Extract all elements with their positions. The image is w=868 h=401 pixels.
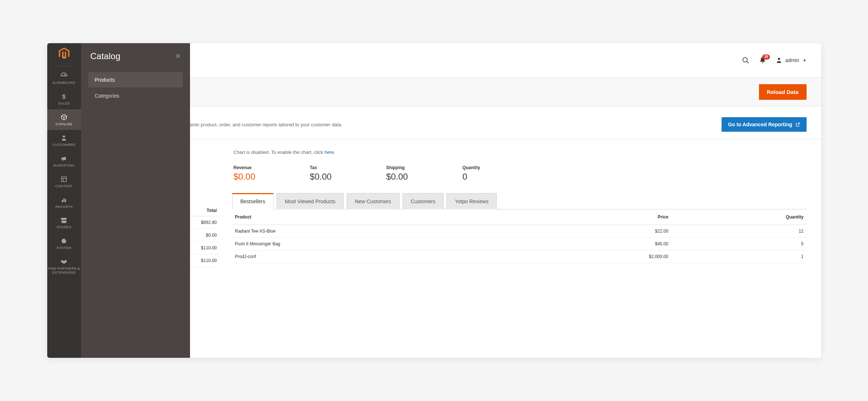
advanced-reporting-button[interactable]: Go to Advanced Reporting [722,117,807,132]
topbar: 39 admin ▼ [81,43,821,77]
sidebar-item-reports[interactable]: REPORTS [47,192,81,213]
svg-point-7 [778,58,780,60]
sidebar-label: CATALOG [56,122,72,126]
table-row[interactable]: ProdJ-conf$2,000.001 [232,250,807,263]
tab-yotpo-reviews[interactable]: Yotpo Reviews [447,193,497,209]
store-icon [60,216,68,224]
metric-shipping: Shipping $0.00 [386,165,408,182]
user-label: admin [785,57,799,63]
bar-chart-icon [60,196,68,204]
sidebar-item-partners[interactable]: FIND PARTNERS & EXTENSIONS [47,254,81,278]
flyout-item-categories[interactable]: Categories [88,88,183,103]
tab-new-customers[interactable]: New Customers [347,193,400,209]
bestsellers-table: Product Price Quantity Radiant Tee-XS-Bl… [232,209,807,263]
sidebar-item-marketing[interactable]: MARKETING [47,151,81,171]
user-icon [776,57,782,64]
sidebar-item-dashboard[interactable]: DASHBOARD [47,68,81,89]
gauge-icon [60,72,68,80]
sidebar-label: REPORTS [55,205,73,209]
sidebar-label: MARKETING [53,164,74,168]
sidebar-label: DASHBOARD [53,81,76,85]
svg-rect-2 [61,177,66,182]
sidebar-label: STORES [57,225,72,229]
svg-rect-3 [62,200,63,202]
tab-most-viewed-products[interactable]: Most Viewed Products [276,193,344,209]
external-link-icon [795,122,800,127]
svg-rect-4 [64,198,65,202]
main-sidebar: DASHBOARD $ SALES CATALOG CUSTOMERS MARK… [47,43,81,358]
sidebar-item-system[interactable]: SYSTEM [47,233,81,254]
close-icon[interactable]: ✕ [175,52,181,60]
sidebar-label: CUSTOMERS [52,143,75,147]
megaphone-icon [60,155,68,163]
dollar-icon: $ [60,93,68,101]
catalog-flyout: Catalog ✕ Products Categories [81,43,190,358]
svg-point-6 [743,57,747,62]
enable-chart-link[interactable]: here [324,150,334,155]
person-icon [60,134,68,142]
handshake-icon [60,258,68,266]
notification-count: 39 [762,54,770,60]
sidebar-item-sales[interactable]: $ SALES [47,89,81,109]
table-row[interactable]: Radiant Tee-XS-Blue$22.0012 [232,225,807,238]
sidebar-item-catalog[interactable]: CATALOG [47,109,81,130]
metrics-row: Revenue $0.00 Tax $0.00 Shipping $0.00 Q… [81,158,821,193]
magento-logo[interactable] [58,48,70,60]
metric-quantity: Quantity 0 [463,165,480,182]
chart-disabled-note: Chart is disabled. To enable the chart, … [81,139,821,158]
metric-tax: Tax $0.00 [310,165,332,182]
metric-revenue: Revenue $0.00 [234,165,255,182]
reload-data-button[interactable]: Reload Data [759,84,807,100]
app-window: DASHBOARD $ SALES CATALOG CUSTOMERS MARK… [47,43,821,358]
sidebar-label: FIND PARTNERS & EXTENSIONS [47,267,81,275]
tab-bestsellers[interactable]: Bestsellers [232,193,274,209]
search-icon[interactable] [742,57,750,64]
chevron-down-icon: ▼ [803,58,807,62]
svg-rect-5 [65,199,66,202]
flyout-title: Catalog [90,51,121,61]
page-content: Reload Data of your business' performanc… [81,77,821,358]
cube-icon [60,113,68,121]
sidebar-item-customers[interactable]: CUSTOMERS [47,130,81,151]
notifications-bell[interactable]: 39 [759,57,766,64]
sidebar-label: SYSTEM [57,246,72,250]
sidebar-label: SALES [58,102,70,106]
flyout-item-products[interactable]: Products [88,72,183,87]
gear-icon [60,237,68,245]
svg-point-1 [63,135,65,138]
tab-customers[interactable]: Customers [403,193,444,209]
user-menu[interactable]: admin ▼ [776,57,806,64]
svg-text:$: $ [62,93,66,100]
sidebar-item-content[interactable]: CONTENT [47,171,81,192]
sidebar-item-stores[interactable]: STORES [47,212,81,233]
table-row[interactable]: Push It Messenger Bag$45.005 [232,238,807,250]
sidebar-label: CONTENT [55,184,73,188]
action-strip: Reload Data [81,77,821,106]
dashboard-tabs: BestsellersMost Viewed ProductsNew Custo… [232,193,807,267]
layout-icon [60,175,68,183]
